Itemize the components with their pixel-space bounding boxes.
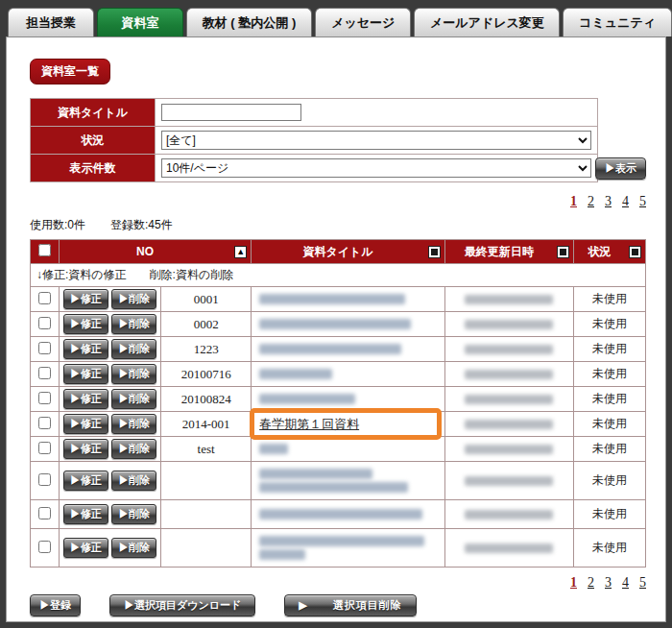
blurred-material-link[interactable] — [259, 394, 355, 404]
material-title-input[interactable] — [161, 104, 301, 121]
legend-row: ↓修正:資料の修正 削除:資料の削除 — [31, 264, 646, 287]
sort-ascending-icon[interactable]: ▲ — [234, 246, 247, 258]
tab-bar: 担当授業資料室教材 ( 塾内公開 )メッセージメールアドレス変更コミュニティ — [8, 8, 672, 36]
row-no: test — [161, 437, 252, 462]
header-status: 状況 — [573, 240, 645, 264]
page-link-1[interactable]: 1 — [570, 575, 577, 590]
table-row: ▶修正 ▶削除 20100716 未使用 — [31, 362, 646, 387]
edit-button[interactable]: ▶修正 — [63, 314, 108, 334]
row-status: 未使用 — [573, 500, 645, 529]
display-button[interactable]: ▶表示 — [595, 157, 646, 180]
row-checkbox[interactable] — [38, 442, 51, 454]
row-checkbox[interactable] — [38, 417, 51, 429]
tab-materials-room[interactable]: 資料室 — [97, 8, 183, 36]
page-link-3[interactable]: 3 — [605, 194, 612, 208]
tab-email-change[interactable]: メールアドレス変更 — [414, 8, 560, 36]
status-sort-toggle-icon[interactable] — [629, 246, 641, 258]
status-select[interactable]: [全て] — [161, 131, 591, 150]
row-updated — [444, 437, 573, 462]
page-title: 資料室一覧 — [30, 59, 110, 85]
blurred-material-link[interactable] — [259, 369, 332, 379]
table-row: ▶修正 ▶削除 20100824 未使用 — [31, 387, 646, 412]
material-link[interactable]: 春学期第１回資料 — [259, 417, 359, 431]
pagination-top: 12345 — [30, 194, 646, 209]
blurred-material-link[interactable] — [259, 469, 372, 479]
row-status: 未使用 — [573, 412, 645, 437]
blurred-material-link[interactable] — [259, 319, 411, 329]
edit-button[interactable]: ▶修正 — [63, 439, 108, 459]
per-page-select[interactable]: 10件/ページ — [161, 158, 591, 178]
row-checkbox[interactable] — [38, 342, 51, 354]
page-link-1[interactable]: 1 — [570, 194, 577, 208]
table-row: ▶修正 ▶削除 test 未使用 — [31, 437, 646, 462]
page-link-4[interactable]: 4 — [622, 575, 629, 590]
row-checkbox[interactable] — [38, 367, 51, 379]
page-link-5[interactable]: 5 — [639, 194, 646, 208]
row-no: 20100824 — [161, 387, 252, 412]
row-status: 未使用 — [573, 362, 645, 387]
edit-button[interactable]: ▶修正 — [63, 538, 108, 558]
edit-button[interactable]: ▶修正 — [63, 339, 108, 359]
edit-button[interactable]: ▶修正 — [63, 364, 108, 384]
edit-button[interactable]: ▶修正 — [63, 389, 108, 409]
blurred-material-link[interactable] — [259, 444, 288, 454]
row-checkbox[interactable] — [38, 507, 51, 519]
edit-button[interactable]: ▶修正 — [63, 289, 108, 309]
delete-button[interactable]: ▶削除 — [111, 504, 156, 524]
header-checkbox-cell — [31, 240, 60, 264]
blurred-material-link[interactable] — [259, 482, 408, 493]
row-status: 未使用 — [573, 312, 645, 337]
page-link-4[interactable]: 4 — [622, 194, 629, 208]
blurred-material-link[interactable] — [259, 536, 424, 546]
blurred-material-link[interactable] — [259, 549, 305, 560]
title-sort-toggle-icon[interactable] — [428, 246, 441, 258]
row-title — [252, 387, 445, 412]
row-updated — [444, 362, 573, 387]
row-checkbox[interactable] — [38, 292, 51, 304]
blurred-updated-date — [465, 510, 553, 519]
blurred-updated-date — [465, 476, 553, 486]
tab-assigned-classes[interactable]: 担当授業 — [8, 8, 94, 36]
blurred-material-link[interactable] — [259, 294, 405, 304]
row-status: 未使用 — [573, 337, 645, 362]
delete-button[interactable]: ▶削除 — [111, 414, 156, 434]
page-link-3[interactable]: 3 — [605, 575, 612, 590]
edit-button[interactable]: ▶修正 — [63, 414, 108, 434]
used-count: 使用数:0件 — [30, 218, 85, 231]
tab-messages[interactable]: メッセージ — [315, 8, 412, 36]
register-button[interactable]: ▶登録 — [30, 594, 81, 616]
header-title: 資料タイトル — [252, 240, 445, 264]
edit-button[interactable]: ▶修正 — [63, 504, 108, 524]
row-checkbox[interactable] — [38, 392, 51, 404]
delete-selected-button[interactable]: ▶選択項目削除 — [284, 594, 416, 616]
row-updated — [444, 312, 573, 337]
blurred-updated-date — [465, 543, 553, 553]
page-link-5[interactable]: 5 — [639, 575, 646, 590]
delete-button[interactable]: ▶削除 — [111, 538, 156, 558]
delete-button[interactable]: ▶削除 — [111, 439, 156, 459]
row-checkbox[interactable] — [38, 317, 51, 329]
tab-community[interactable]: コミュニティ — [563, 8, 672, 36]
row-no: 20100716 — [161, 362, 252, 387]
download-selected-button[interactable]: ▶選択項目ダウンロード — [109, 594, 255, 616]
table-row: ▶修正 ▶削除 未使用 — [31, 529, 646, 568]
page-link-2[interactable]: 2 — [588, 194, 594, 208]
page-link-2[interactable]: 2 — [588, 575, 594, 590]
delete-button[interactable]: ▶削除 — [111, 364, 156, 384]
edit-button[interactable]: ▶修正 — [63, 471, 108, 491]
updated-sort-toggle-icon[interactable] — [557, 246, 569, 258]
delete-button[interactable]: ▶削除 — [111, 314, 156, 334]
blurred-material-link[interactable] — [259, 509, 422, 519]
delete-button[interactable]: ▶削除 — [111, 389, 156, 409]
delete-button[interactable]: ▶削除 — [111, 471, 156, 491]
delete-button[interactable]: ▶削除 — [111, 289, 156, 309]
delete-button[interactable]: ▶削除 — [111, 339, 156, 359]
tab-teaching-materials[interactable]: 教材 ( 塾内公開 ) — [186, 8, 312, 36]
row-title — [252, 462, 445, 500]
row-checkbox[interactable] — [38, 473, 51, 486]
status-label: 状況 — [31, 127, 156, 155]
row-checkbox[interactable] — [38, 541, 51, 553]
row-updated — [444, 337, 573, 362]
blurred-material-link[interactable] — [259, 344, 401, 354]
select-all-checkbox[interactable] — [38, 244, 51, 256]
